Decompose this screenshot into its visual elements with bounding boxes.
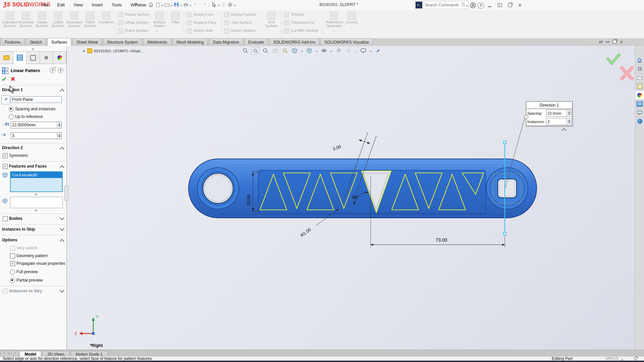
symmetric-checkbox[interactable]: ✓ [3,153,8,158]
tab-sheet-metal[interactable]: Sheet Metal [72,38,102,46]
tab-solidworks-add-ins[interactable]: SOLIDWORKS Add-Ins [269,38,319,46]
dim-offset[interactable]: 3.00 [332,144,342,152]
tile-windows-button[interactable] [495,1,504,10]
displaymanager-tab[interactable] [53,51,66,64]
pin-menu-icon[interactable]: ✦ [134,1,138,7]
features-to-pattern-list[interactable]: Cut-Extrude30 [10,171,63,192]
options-dropdown-icon[interactable] [234,5,236,7]
units-label[interactable]: MMGS [606,356,618,361]
menu-file[interactable]: File [38,0,52,10]
instances-to-vary-checkbox[interactable] [3,289,8,294]
instances-to-skip-header[interactable]: Instances to Skip [2,227,35,232]
extend-surface-button[interactable]: Extend Surface [224,12,256,17]
tab-mesh-modeling[interactable]: Mesh Modeling [172,38,208,46]
instances-to-skip-expand-icon[interactable] [60,226,64,231]
freeform-button[interactable]: Freeform [99,11,114,24]
bodies-checkbox[interactable] [3,216,8,221]
options-collapse-icon[interactable] [60,239,64,244]
spacing-spinner[interactable] [57,122,61,128]
undock-pane-icon[interactable]: ⇄ [599,39,603,44]
confirmation-corner[interactable] [608,55,632,79]
boundary-surface-button[interactable]: Boundary Surface [66,11,82,28]
login-user-icon[interactable] [470,2,476,9]
full-preview-radio[interactable] [10,269,15,275]
planar-surface-button[interactable]: Planar Surface [118,12,150,17]
taskpane-home-tab[interactable] [635,56,644,65]
save-dropdown-icon[interactable] [180,5,182,7]
featuremanager-tab[interactable] [0,51,13,64]
scroll-tabs-left-button[interactable] [5,351,10,356]
scroll-tabs-last-button[interactable] [14,351,18,356]
direction2-header[interactable]: Direction 2 [2,145,23,150]
geometry-pattern-checkbox[interactable] [10,253,15,258]
surface-group-dropdown-icon[interactable] [156,31,158,33]
callout-instances-field[interactable]: 3 [546,118,572,125]
tab-sketch[interactable]: Sketch [26,38,46,46]
new-dropdown-icon[interactable] [161,5,163,7]
search-dropdown-icon[interactable] [466,5,468,8]
appearances-scenes-tab[interactable] [635,91,644,100]
features-faces-checkbox[interactable]: ✓ [3,164,8,169]
tab-data-migration[interactable]: Data Migration [209,38,243,46]
spacing-instances-radio[interactable] [9,107,14,112]
instances-to-vary-expand-icon[interactable] [60,288,64,293]
tab-weldments[interactable]: Weldments [143,38,171,46]
print-dropdown-icon[interactable] [190,5,192,7]
search-commands-box[interactable]: >_ Search Commands [415,1,469,9]
direction1-reference-field[interactable]: Front Plane [11,96,62,103]
bodies-expand-icon[interactable] [60,216,64,220]
redo-dropdown-icon[interactable] [208,5,210,7]
instance-count-spinner[interactable] [57,133,61,139]
rebuild-button[interactable] [220,1,227,8]
left-hole[interactable] [203,173,233,203]
search-icon[interactable] [461,2,466,8]
select-button[interactable] [211,1,217,8]
bodies-header[interactable]: Bodies [9,216,22,221]
extruded-surface-button[interactable]: Extruded Surface [2,11,17,28]
reference-geometry-button[interactable]: Reference Geometry [326,11,341,34]
model-scene[interactable]: ⇿ [66,46,635,350]
menu-view[interactable]: View [70,0,87,10]
design-library-tab[interactable] [635,65,644,73]
tab-features[interactable]: Features [1,38,24,46]
instances-to-vary-header[interactable]: Instances to Vary [9,289,42,293]
save-button[interactable] [173,1,180,8]
options-button[interactable] [227,1,233,8]
menu-window[interactable]: Window [127,0,150,10]
panel-splitter-grip[interactable] [64,185,68,201]
print-button[interactable] [182,1,189,8]
dim-length[interactable]: 73.00 [435,237,447,243]
replace-face-button[interactable]: Replace Face [186,20,216,25]
direction1-collapse-icon[interactable] [60,89,64,94]
delete-hole-button[interactable]: Delete Hole [186,28,213,34]
faces-list-resize-grip[interactable] [35,209,37,212]
curves-button[interactable]: Curves [344,11,360,31]
instance-count-input[interactable]: 3 [11,132,62,139]
close-window-button[interactable]: × [516,1,524,10]
reference-geometry-dropdown-icon[interactable] [333,31,335,33]
curves-dropdown-icon[interactable] [351,27,353,29]
thicken-button[interactable]: Thicken [284,12,304,17]
ruled-surface-button[interactable]: Ruled Surface [118,28,158,34]
open-button[interactable] [164,1,170,8]
part-body[interactable] [189,159,537,218]
untrim-surface-button[interactable]: Untrim Surface [224,28,256,34]
confirm-ok-icon[interactable] [608,55,619,63]
select-dropdown-icon[interactable] [218,5,220,7]
filled-surface-button[interactable]: Filled Surface [83,11,98,28]
tab-structure-system[interactable]: Structure System [103,38,142,46]
home-button[interactable] [148,1,154,8]
trim-surface-button[interactable]: Trim Surface [224,20,252,25]
callout-anchor-icon[interactable]: – [524,115,528,119]
revolved-surface-button[interactable]: Revolved Surface [18,11,34,28]
minimize-window-button[interactable] [485,1,494,10]
minimize-document-icon[interactable] [606,42,609,42]
spacing-input[interactable]: 22.50000mm [11,122,62,128]
view-palette-tab[interactable] [635,82,644,91]
confirm-cancel-icon[interactable] [622,68,632,79]
panel-help-icon[interactable]: ? [58,67,63,73]
propertymanager-tab[interactable] [13,51,27,64]
custom-properties-tab[interactable] [635,100,644,108]
redo-button[interactable]: ↷ [201,1,208,8]
solidworks-forum-tab[interactable] [635,108,644,117]
